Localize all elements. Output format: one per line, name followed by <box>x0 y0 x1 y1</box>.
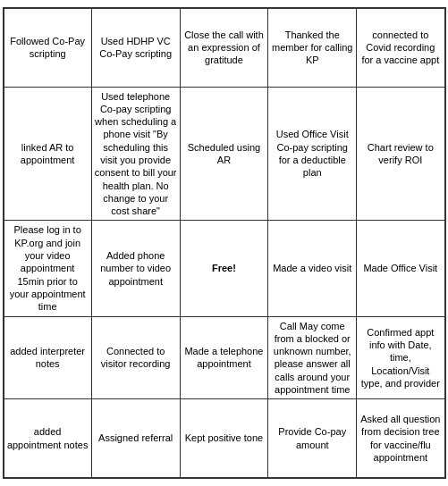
cell-r0-c4: connected to Covid recording for a vacci… <box>357 8 445 87</box>
cell-r4-c1: Assigned referral <box>91 399 180 478</box>
cell-r1-c2: Scheduled using AR <box>180 87 268 221</box>
cell-r4-c3: Provide Co-pay amount <box>268 399 357 478</box>
cell-r4-c0: added appointment notes <box>4 399 92 478</box>
cell-r1-c3: Used Office Visit Co-pay scripting for a… <box>268 87 357 221</box>
cell-r2-c0: Please log in to KP.org and join your vi… <box>4 221 92 316</box>
cell-r3-c4: Confirmed appt info with Date, time, Loc… <box>357 316 445 399</box>
cell-r4-c2: Kept positive tone <box>180 399 268 478</box>
bingo-header <box>0 0 448 7</box>
cell-r2-c1: Added phone number to video appointment <box>91 221 180 316</box>
cell-r3-c0: added interpreter notes <box>4 316 92 399</box>
cell-r1-c1: Used telephone Co-pay scripting when sch… <box>91 87 180 221</box>
cell-r0-c2: Close the call with an expression of gra… <box>180 8 268 87</box>
cell-r4-c4: Asked all question from decision tree fo… <box>357 399 445 478</box>
cell-r2-c2: Free! <box>180 221 268 316</box>
cell-r2-c4: Made Office Visit <box>357 221 445 316</box>
cell-r1-c4: Chart review to verify ROI <box>357 87 445 221</box>
cell-r3-c3: Call May come from a blocked or unknown … <box>268 316 357 399</box>
cell-r0-c1: Used HDHP VC Co-Pay scripting <box>91 8 180 87</box>
cell-r0-c3: Thanked the member for calling KP <box>268 8 357 87</box>
cell-r3-c1: Connected to visitor recording <box>91 316 180 399</box>
cell-r3-c2: Made a telephone appointment <box>180 316 268 399</box>
bingo-grid: Followed Co-Pay scriptingUsed HDHP VC Co… <box>3 7 446 479</box>
cell-r2-c3: Made a video visit <box>268 221 357 316</box>
cell-r1-c0: linked AR to appointment <box>4 87 92 221</box>
cell-r0-c0: Followed Co-Pay scripting <box>4 8 92 87</box>
